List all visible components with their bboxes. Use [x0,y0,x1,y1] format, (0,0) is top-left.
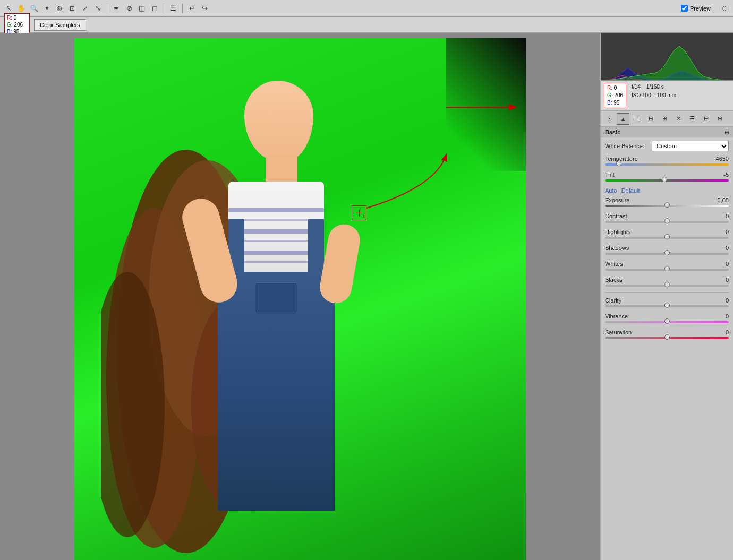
tint-slider-container [605,179,729,182]
photo-container[interactable]: 1 [74,38,526,560]
overall-pocket [255,282,297,314]
toolbar-separator-3 [182,4,183,13]
targeted-adjustment-tool[interactable]: ◎ [54,3,65,14]
expand-panel-icon[interactable]: ⬡ [719,3,730,14]
highlights-value: 0 [713,229,729,235]
white-balance-select[interactable]: Custom As Shot Auto Daylight Cloudy Shad… [652,141,729,151]
photo-background: 1 [74,38,526,560]
exposure-control: Exposure 0,00 [605,197,729,208]
highlights-control: Highlights 0 [605,229,729,239]
tint-label: Tint [605,171,615,178]
preview-label: Preview [690,5,711,12]
contrast-control: Contrast 0 [605,213,729,223]
blacks-thumb[interactable] [664,282,670,287]
vibrance-value: 0 [713,313,729,320]
eyedropper-tool[interactable]: ✦ [41,3,52,14]
exposure-thumb[interactable] [664,202,670,208]
basic-expand-icon[interactable]: ⊟ [725,130,729,135]
hand-tool[interactable]: ✋ [16,3,27,14]
iso-value: ISO 100 [632,92,651,98]
aperture-value: f/14 [632,84,641,90]
basic-section-title: Basic [605,129,620,135]
arrow-tool[interactable]: ↖ [3,3,14,14]
saturation-thumb[interactable] [664,334,670,340]
tone-panel-tab[interactable]: ▲ [617,113,629,125]
auto-button[interactable]: Auto [605,187,617,194]
sampler-g-value: 206 [14,22,23,28]
camera-panel-tab[interactable]: ⊟ [700,113,712,125]
cv-g-value: 206 [614,92,623,98]
transform-tool[interactable]: ⤡ [92,3,103,14]
color-values-display: R: 0 G: 206 B: 95 [604,83,626,108]
tint-thumb[interactable] [662,177,667,182]
highlights-label: Highlights [605,229,630,235]
zoom-tool[interactable]: 🔍 [29,3,39,14]
default-button[interactable]: Default [621,187,640,194]
clarity-slider-container [605,305,729,308]
whites-value: 0 [713,261,729,267]
shadows-control: Shadows 0 [605,245,729,255]
whites-thumb[interactable] [664,266,670,271]
shirt-stripe-1 [228,208,324,212]
panel-icon-tabs: ⊡ ▲ ≡ ⊟ ⊞ ✕ ☰ ⊟ ⊞ [601,111,733,127]
saturation-value: 0 [713,329,729,335]
temperature-slider-container [605,163,729,166]
straighten-tool[interactable]: ⤢ [80,3,90,14]
clarity-thumb[interactable] [664,303,670,308]
contrast-value: 0 [713,213,729,219]
tint-label-row: Tint -5 [605,171,729,178]
controls-area: White Balance: Custom As Shot Auto Dayli… [601,137,733,560]
tint-value: -5 [713,171,729,178]
brush-tool[interactable]: ⊘ [124,3,134,14]
redo-tool[interactable]: ↪ [199,3,210,14]
pen-tool[interactable]: ✒ [111,3,122,14]
exposure-label: Exposure [605,197,629,203]
vibrance-thumb[interactable] [664,318,670,324]
white-balance-row: White Balance: Custom As Shot Auto Dayli… [605,141,729,151]
presets-panel-tab[interactable]: ⊞ [713,113,726,125]
temperature-control: Temperature 4650 [605,156,729,166]
right-panel: R: 0 G: 206 B: 95 f/14 1/160 s ISO 100 1… [600,33,733,560]
exposure-slider-container [605,204,729,208]
preview-checkbox[interactable] [681,5,688,12]
split-tone-panel-tab[interactable]: ⊞ [658,113,671,125]
hsl-panel-tab[interactable]: ⊟ [644,113,657,125]
toolbar-separator-1 [107,4,107,13]
exif-info: f/14 1/160 s ISO 100 100 mm [632,83,676,100]
whites-slider-container [605,268,729,271]
crop-panel-tab[interactable]: ⊡ [603,113,616,125]
tint-control: Tint -5 [605,171,729,182]
detail-panel-tab[interactable]: ≡ [630,113,643,125]
contrast-thumb[interactable] [664,218,670,223]
clear-samplers-button[interactable]: Clear Samplers [34,19,86,31]
blacks-label: Blacks [605,277,622,283]
sampler-number: 1 [363,214,365,219]
sampler-r-label: R: [7,15,12,21]
controls-separator [605,292,729,293]
lens-panel-tab[interactable]: ✕ [672,113,685,125]
fx-panel-tab[interactable]: ☰ [686,113,698,125]
crop-tool[interactable]: ⊡ [67,3,78,14]
highlights-thumb[interactable] [664,234,670,239]
focal-value: 100 mm [657,92,676,98]
preview-area: Preview [681,5,711,12]
dark-corner [446,38,526,171]
white-balance-label: White Balance: [605,143,644,149]
temperature-label-row: Temperature 4650 [605,156,729,162]
main-toolbar: ↖ ✋ 🔍 ✦ ◎ ⊡ ⤢ ⤡ ✒ ⊘ ◫ ◻ ☰ ↩ ↪ Preview ⬡ [0,0,733,17]
eraser-tool[interactable]: ◻ [149,3,160,14]
cv-b-label: B: [607,100,612,106]
list-view-tool[interactable]: ☰ [168,3,178,14]
sampler-r-value: 0 [14,15,17,21]
temperature-thumb[interactable] [616,161,621,166]
undo-tool[interactable]: ↩ [186,3,197,14]
shadows-thumb[interactable] [664,250,670,255]
histogram-canvas [601,33,733,81]
cv-b-value: 95 [613,100,619,106]
cv-r-value: 0 [614,85,617,91]
basic-section-header: Basic ⊟ [601,127,733,137]
sampler-crosshair-1: 1 [352,205,366,220]
shutter-value: 1/160 s [646,84,664,90]
clone-tool[interactable]: ◫ [137,3,147,14]
histogram [601,33,733,81]
